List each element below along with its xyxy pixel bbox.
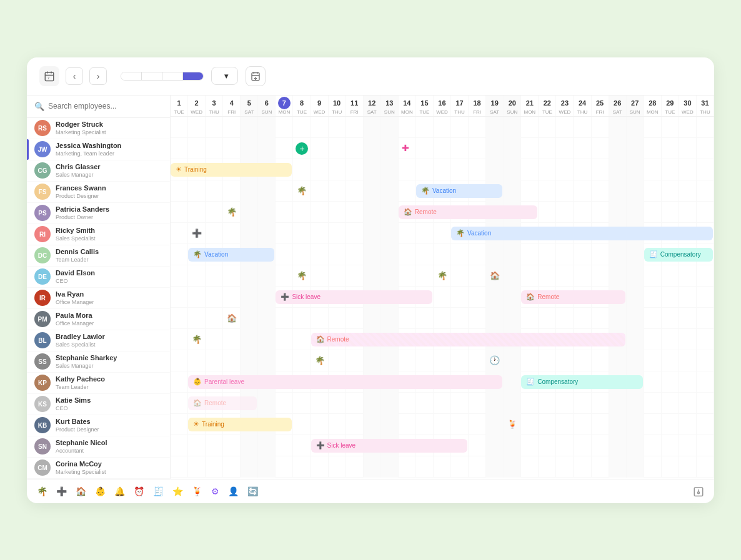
- cal-cell: [258, 435, 276, 456]
- day-header-25: 25FRI: [592, 96, 609, 116]
- next-month-button[interactable]: ›: [89, 67, 107, 85]
- cal-cell: [451, 265, 469, 287]
- event-icon: 🌴: [193, 250, 202, 258]
- calendar-body: 🔍 RS Rodger Struck Marketing Specialist …: [27, 96, 714, 479]
- event-bar-compensatory[interactable]: 🧾Compensatory: [644, 248, 713, 262]
- employee-row[interactable]: RI Ricky Smith Sales Specialist: [27, 224, 170, 245]
- employee-row[interactable]: RS Rodger Struck Marketing Specialist: [27, 118, 170, 139]
- cal-cell: [627, 414, 644, 435]
- cal-cell: [364, 117, 381, 138]
- avatar: PS: [34, 205, 51, 221]
- employee-row[interactable]: DC Dennis Callis Team Leader: [27, 245, 170, 267]
- cal-cell: [206, 265, 223, 287]
- tab-timeline[interactable]: [183, 72, 203, 80]
- cal-cell: [399, 350, 416, 371]
- cal-cell: [276, 265, 293, 287]
- cal-cell: [486, 159, 504, 180]
- export-button[interactable]: [246, 66, 266, 86]
- event-bar-vacation[interactable]: 🌴Vacation: [188, 248, 274, 262]
- emp-role: Marketing Specialist: [56, 469, 106, 475]
- cal-cell: [434, 414, 451, 435]
- event-bar-vacation[interactable]: 🌴Vacation: [416, 184, 502, 198]
- event-bar-remote[interactable]: 🏠Remote: [188, 396, 257, 410]
- cal-cell: [469, 244, 486, 265]
- tab-month[interactable]: [162, 72, 183, 80]
- tab-week[interactable]: [142, 72, 162, 80]
- cal-cell: [662, 308, 679, 329]
- add-event-button[interactable]: +: [296, 142, 308, 155]
- cal-cell: [627, 159, 644, 180]
- event-bar-compensatory[interactable]: 🧾Compensatory: [521, 375, 642, 389]
- employee-row[interactable]: DE David Elson CEO: [27, 267, 170, 288]
- cal-cell: [592, 435, 609, 456]
- employee-row[interactable]: KP Kathy Pacheco Team Leader: [27, 373, 170, 394]
- legend-compensatory: 🧾: [153, 486, 164, 496]
- cal-cell: [504, 265, 521, 287]
- calendar-icon: 7: [39, 66, 59, 86]
- employee-row[interactable]: CG Chris Glasser Sales Manager: [27, 160, 170, 182]
- company-button[interactable]: ▾: [211, 67, 238, 85]
- chevron-down-icon: ▾: [224, 71, 229, 81]
- cal-cell: [346, 393, 364, 414]
- cal-cell: [258, 287, 276, 308]
- event-bar-vacation[interactable]: 🌴Vacation: [451, 227, 713, 240]
- cal-cell: [574, 393, 591, 414]
- employee-row[interactable]: CM Corina McCoy Marketing Specialist: [27, 458, 170, 479]
- emp-info: Paula Mora Office Manager: [56, 312, 94, 326]
- employee-row[interactable]: IR Iva Ryan Office Manager: [27, 288, 170, 309]
- event-bar-training[interactable]: ☀Training: [171, 163, 292, 177]
- event-bar-sick-leave[interactable]: ➕Sick leave: [311, 439, 468, 453]
- cal-cell: [346, 117, 364, 138]
- event-bar-sick-leave[interactable]: ➕Sick leave: [276, 290, 432, 304]
- cal-cell: [206, 329, 223, 350]
- employee-row[interactable]: KS Katie Sims CEO: [27, 394, 170, 415]
- cal-cell: [592, 456, 609, 478]
- emp-info: Frances Swann Product Designer: [56, 184, 106, 199]
- cal-cell: [486, 117, 504, 138]
- employee-row[interactable]: SN Stephanie Nicol Accountant: [27, 436, 170, 458]
- event-bar-remote[interactable]: 🏠Remote: [311, 333, 625, 346]
- event-bar-remote[interactable]: 🏠Remote: [521, 290, 625, 304]
- cal-cell: [311, 180, 329, 202]
- cal-cell: [206, 456, 223, 478]
- cal-cell: [451, 138, 469, 159]
- cal-cell: [609, 308, 627, 329]
- cal-cell: [451, 393, 469, 414]
- cal-cell: [469, 117, 486, 138]
- cal-cell: [276, 223, 293, 244]
- event-bar-remote[interactable]: 🏠Remote: [399, 205, 538, 219]
- cal-cell: [223, 435, 241, 456]
- cal-cell: [276, 393, 293, 414]
- search-input[interactable]: [48, 102, 162, 111]
- emp-info: Rodger Struck Marketing Specialist: [56, 120, 106, 135]
- employee-row[interactable]: KB Kurt Bates Product Designer: [27, 415, 170, 436]
- employee-row[interactable]: JW Jessica Washington Marketing, Team le…: [27, 139, 170, 160]
- employee-row[interactable]: PS Patricia Sanders Product Owner: [27, 203, 170, 224]
- cal-cell: [171, 350, 188, 371]
- legend-icon3: ⚙: [211, 486, 219, 496]
- event-icon: 🌴: [421, 187, 430, 195]
- cal-cell: [679, 287, 697, 308]
- event-bar-parental-leave[interactable]: 👶Parental leave: [188, 375, 502, 389]
- settings-icon[interactable]: [693, 486, 704, 497]
- event-label: Training: [184, 166, 207, 173]
- cal-cell: [293, 350, 311, 371]
- day-header-20: 20SUN: [504, 96, 521, 116]
- day-header-5: 5SAT: [241, 96, 258, 116]
- prev-month-button[interactable]: ‹: [66, 67, 83, 85]
- cal-cell: [206, 202, 223, 223]
- cal-cell: [504, 287, 521, 308]
- cal-cell: [188, 287, 206, 308]
- cal-cell: [364, 180, 381, 202]
- employee-row[interactable]: BL Bradley Lawlor Sales Specialist: [27, 330, 170, 351]
- employee-row[interactable]: SS Stephanie Sharkey Sales Manager: [27, 351, 170, 373]
- tab-day[interactable]: [121, 72, 142, 80]
- cal-cell: [504, 138, 521, 159]
- event-bar-training[interactable]: ☀Training: [188, 418, 292, 431]
- avatar: RI: [34, 226, 51, 242]
- cal-cell: [679, 350, 697, 371]
- cal-cell: [521, 265, 539, 287]
- employee-row[interactable]: PM Paula Mora Office Manager: [27, 309, 170, 330]
- employee-row[interactable]: FS Frances Swann Product Designer: [27, 182, 170, 203]
- cal-cell: [556, 159, 574, 180]
